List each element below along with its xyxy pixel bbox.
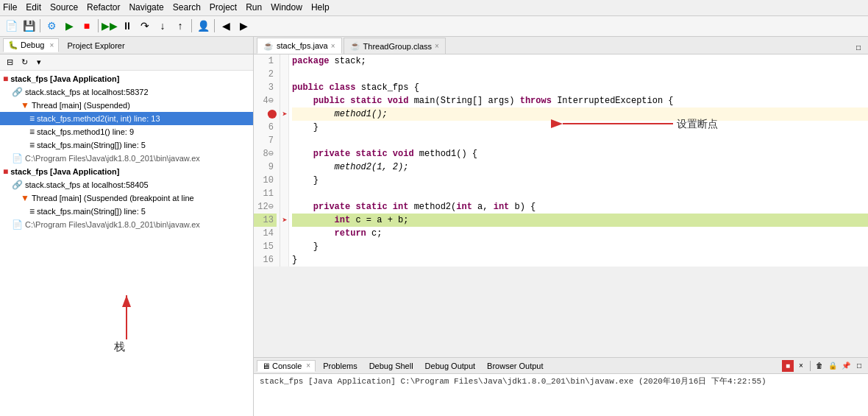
debug-tree: ■ stack_fps [Java Application] 🔗 stack.s… xyxy=(0,71,253,416)
tree-file-2[interactable]: 📄 C:\Program Files\Java\jdk1.8.0_201\bin… xyxy=(0,218,253,231)
tab-debug[interactable]: 🐛 Debug × xyxy=(3,38,59,52)
panel-collapse-btn[interactable]: ⊟ xyxy=(3,56,16,69)
tb-sep-2 xyxy=(98,19,99,32)
profile-btn[interactable]: 👤 xyxy=(195,18,211,34)
suspend-btn[interactable]: ⏸ xyxy=(119,18,135,34)
tree-connection-2[interactable]: 🔗 stack.stack_fps at localhost:58405 xyxy=(0,178,253,191)
code-line-12: private static int method2(int a, int b)… xyxy=(292,200,868,214)
new-file-btn[interactable]: 📄 xyxy=(3,18,19,34)
connection-icon-2: 🔗 xyxy=(12,180,23,190)
tab-debug-shell[interactable]: Debug Shell xyxy=(365,361,418,371)
menu-edit[interactable]: Edit xyxy=(26,2,41,13)
clear-console-btn[interactable]: 🗑 xyxy=(814,360,825,372)
project-explorer-label: Project Explorer xyxy=(67,41,124,50)
console-sep xyxy=(810,361,811,371)
tab-stack-fps[interactable]: ☕ stack_fps.java × xyxy=(257,38,342,54)
bottom-tabs: 🖥 Console × Problems Debug Shell Debug O… xyxy=(254,358,779,374)
tree-thread-2[interactable]: ▼ Thread [main] (Suspended (breakpoint a… xyxy=(0,191,253,205)
tab-threadgroup[interactable]: ☕ ThreadGroup.class × xyxy=(344,38,446,54)
menu-file[interactable]: File xyxy=(3,2,17,13)
bottom-tab-row: 🖥 Console × Problems Debug Shell Debug O… xyxy=(254,358,868,374)
tree-frame-3[interactable]: ≡ stack_fps.main(String[]) line: 5 xyxy=(0,138,253,152)
code-content[interactable]: package stack; public class stack_fps { … xyxy=(289,54,868,267)
maximize-console-btn[interactable]: □ xyxy=(853,360,865,372)
scroll-lock-btn[interactable]: 🔒 xyxy=(827,360,839,372)
right-section: ☕ stack_fps.java × ☕ ThreadGroup.class ×… xyxy=(254,37,868,416)
menu-project[interactable]: Project xyxy=(210,2,237,13)
resume-btn[interactable]: ▶▶ xyxy=(102,18,118,34)
tb-sep-4 xyxy=(214,19,215,32)
run-btn[interactable]: ▶ xyxy=(61,18,77,34)
tab-debug-output-label: Debug Output xyxy=(425,362,476,370)
menu-navigate[interactable]: Navigate xyxy=(129,2,163,13)
save-btn[interactable]: 💾 xyxy=(21,18,37,34)
tree-frame-4[interactable]: ≡ stack_fps.main(String[]) line: 5 xyxy=(0,205,253,218)
tree-thread-1[interactable]: ▼ Thread [main] (Suspended) xyxy=(0,99,253,112)
tab-threadgroup-icon: ☕ xyxy=(350,41,360,51)
debug-icon: 🐛 xyxy=(8,40,18,49)
prev-btn[interactable]: ◀ xyxy=(218,18,234,34)
tree-app-2[interactable]: ■ stack_fps [Java Application] xyxy=(0,165,253,178)
tab-stack-fps-icon: ☕ xyxy=(263,41,274,51)
file-icon-1: 📄 xyxy=(12,153,23,163)
panel-menu-btn[interactable]: ▾ xyxy=(32,56,46,69)
tree-app-2-label: stack_fps [Java Application] xyxy=(10,167,119,176)
menu-search[interactable]: Search xyxy=(173,2,201,13)
ln-12: 12⊖ xyxy=(254,200,277,214)
menu-help[interactable]: Help xyxy=(311,2,330,13)
tab-project-explorer[interactable]: Project Explorer xyxy=(62,39,129,52)
ln-7: 7 xyxy=(254,134,277,147)
app-icon-1: ■ xyxy=(3,74,8,84)
ln-6: 6 xyxy=(254,121,277,134)
code-line-13: int c = a + b; xyxy=(292,214,868,227)
tab-console-close[interactable]: × xyxy=(306,362,310,370)
tree-frame-1[interactable]: ≡ stack_fps.method2(int, int) line: 13 xyxy=(0,112,253,125)
debug-btn[interactable]: ⚙ xyxy=(43,18,60,34)
left-panel: 🐛 Debug × Project Explorer ⊟ ↻ ▾ ■ stack… xyxy=(0,37,254,416)
menu-run[interactable]: Run xyxy=(246,2,262,13)
tree-frame-2-label: stack_fps.method1() line: 9 xyxy=(37,127,134,136)
menu-source[interactable]: Source xyxy=(50,2,78,13)
tree-app-1[interactable]: ■ stack_fps [Java Application] xyxy=(0,72,253,85)
step-over-btn[interactable]: ↷ xyxy=(137,18,153,34)
tree-connection-1[interactable]: 🔗 stack.stack_fps at localhost:58372 xyxy=(0,85,253,99)
tab-console[interactable]: 🖥 Console × xyxy=(257,360,316,372)
tree-frame-2[interactable]: ≡ stack_fps.method1() line: 9 xyxy=(0,125,253,138)
panel-refresh-btn[interactable]: ↻ xyxy=(18,56,31,69)
menu-bar: File Edit Source Refactor Navigate Searc… xyxy=(0,0,868,16)
maximize-editor-btn[interactable]: □ xyxy=(852,40,865,54)
step-into-btn[interactable]: ↓ xyxy=(154,18,171,34)
frame-icon-1: ≡ xyxy=(29,113,35,124)
tab-debug-output[interactable]: Debug Output xyxy=(421,361,480,371)
ln-11: 11 xyxy=(254,187,277,200)
close-console-btn[interactable]: × xyxy=(795,360,807,372)
tree-frame-3-label: stack_fps.main(String[]) line: 5 xyxy=(37,141,146,149)
tb-sep-3 xyxy=(191,19,192,32)
tab-stack-fps-close[interactable]: × xyxy=(331,42,335,50)
main-layout: 🐛 Debug × Project Explorer ⊟ ↻ ▾ ■ stack… xyxy=(0,37,868,416)
next-btn[interactable]: ▶ xyxy=(235,18,252,34)
code-editor: 1 2 3 4⊖ ● 6 7 8⊖ 9 10 11 12⊖ 13 14 xyxy=(254,54,868,267)
step-return-btn[interactable]: ↑ xyxy=(172,18,188,34)
menu-refactor[interactable]: Refactor xyxy=(87,2,120,13)
pin-console-btn[interactable]: 📌 xyxy=(840,360,852,372)
console-text: stack_fps [Java Application] C:\Program … xyxy=(260,377,766,386)
tab-problems[interactable]: Problems xyxy=(319,361,361,371)
tab-debug-close[interactable]: × xyxy=(50,41,54,49)
tab-threadgroup-close[interactable]: × xyxy=(435,42,439,50)
tab-browser-output[interactable]: Browser Output xyxy=(483,361,547,371)
tree-file-1[interactable]: 📄 C:\Program Files\Java\jdk1.8.0_201\bin… xyxy=(0,152,253,165)
code-line-14: return c; xyxy=(292,227,868,240)
file-icon-2: 📄 xyxy=(12,219,23,230)
tab-debug-shell-label: Debug Shell xyxy=(369,362,413,370)
code-line-7 xyxy=(292,134,868,147)
code-line-10: } xyxy=(292,174,868,187)
frame-icon-3: ≡ xyxy=(29,140,35,150)
tree-file-2-label: C:\Program Files\Java\jdk1.8.0_201\bin\j… xyxy=(25,220,200,229)
ln-13: 13 xyxy=(254,214,277,227)
tree-file-1-label: C:\Program Files\Java\jdk1.8.0_201\bin\j… xyxy=(25,154,200,163)
menu-window[interactable]: Window xyxy=(271,2,302,13)
ln-16: 16 xyxy=(254,253,277,267)
stop-console-btn[interactable]: ■ xyxy=(782,360,794,372)
stop-btn[interactable]: ■ xyxy=(79,18,95,34)
